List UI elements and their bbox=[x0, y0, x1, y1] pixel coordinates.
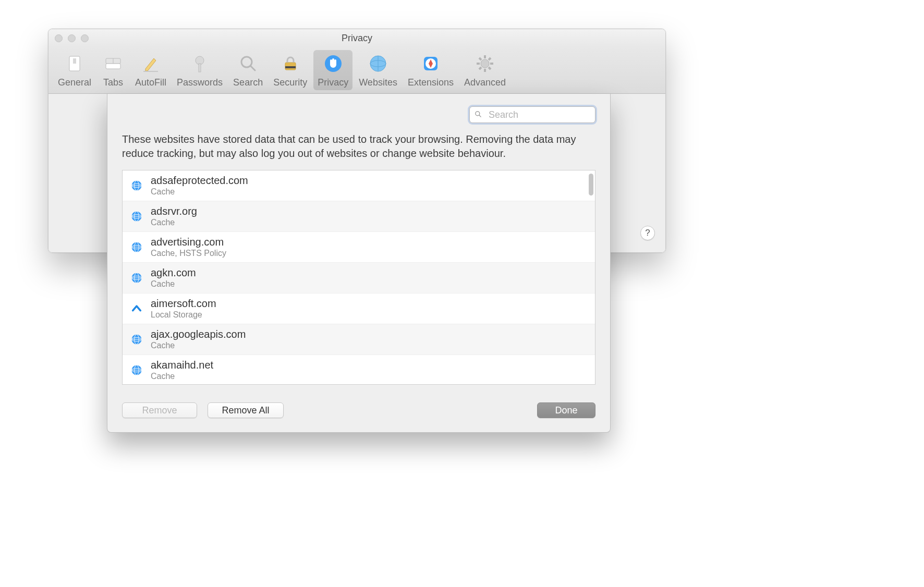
globe-icon bbox=[130, 179, 143, 192]
website-domain: adsafeprotected.com bbox=[151, 175, 248, 187]
help-button[interactable]: ? bbox=[640, 226, 655, 240]
website-list[interactable]: adsafeprotected.comCacheadsrvr.orgCachea… bbox=[122, 170, 595, 385]
tab-general[interactable]: General bbox=[54, 50, 95, 90]
website-domain: adsrvr.org bbox=[151, 205, 197, 217]
preferences-toolbar: General Tabs AutoFill Passwords Search bbox=[48, 47, 665, 94]
switch-icon bbox=[63, 52, 86, 75]
window-title: Privacy bbox=[342, 33, 372, 44]
website-row[interactable]: aimersoft.comLocal Storage bbox=[123, 294, 595, 324]
search-icon bbox=[474, 109, 482, 121]
svg-line-26 bbox=[489, 67, 491, 69]
lock-icon bbox=[279, 52, 302, 75]
scrollbar-thumb[interactable] bbox=[589, 174, 593, 195]
svg-line-10 bbox=[251, 66, 255, 70]
svg-point-20 bbox=[481, 59, 489, 68]
tab-extensions[interactable]: Extensions bbox=[404, 50, 458, 90]
website-row[interactable]: adsafeprotected.comCache bbox=[123, 170, 595, 201]
hand-icon bbox=[322, 52, 345, 75]
done-button[interactable]: Done bbox=[537, 402, 595, 418]
website-detail: Cache bbox=[151, 218, 197, 227]
website-domain: aimersoft.com bbox=[151, 298, 216, 310]
website-detail: Cache bbox=[151, 341, 246, 350]
globe-icon bbox=[130, 210, 143, 223]
globe-icon bbox=[130, 240, 143, 254]
zoom-window-button[interactable] bbox=[81, 34, 89, 42]
website-row[interactable]: adsrvr.orgCache bbox=[123, 201, 595, 232]
tab-passwords[interactable]: Passwords bbox=[173, 50, 227, 90]
website-data-sheet: These websites have stored data that can… bbox=[107, 94, 611, 433]
svg-rect-8 bbox=[199, 64, 201, 72]
tab-websites[interactable]: Websites bbox=[355, 50, 402, 90]
website-detail: Local Storage bbox=[151, 310, 216, 320]
tabs-icon bbox=[102, 52, 125, 75]
tab-security[interactable]: Security bbox=[269, 50, 311, 90]
website-detail: Cache bbox=[151, 187, 248, 197]
site-favicon-icon bbox=[130, 302, 143, 315]
tab-privacy[interactable]: Privacy bbox=[313, 50, 352, 90]
website-row[interactable]: ajax.googleapis.comCache bbox=[123, 324, 595, 355]
website-row[interactable]: advertising.comCache, HSTS Policy bbox=[123, 232, 595, 263]
svg-line-30 bbox=[479, 115, 481, 117]
tab-autofill[interactable]: AutoFill bbox=[131, 50, 171, 90]
website-domain: akamaihd.net bbox=[151, 359, 213, 371]
minimize-window-button[interactable] bbox=[68, 34, 76, 42]
website-domain: ajax.googleapis.com bbox=[151, 328, 246, 340]
svg-line-28 bbox=[479, 67, 481, 69]
button-row: Remove Remove All Done bbox=[122, 402, 595, 418]
svg-marker-5 bbox=[145, 58, 156, 71]
compass-icon bbox=[419, 52, 442, 75]
globe-icon bbox=[130, 363, 143, 377]
svg-rect-3 bbox=[106, 64, 120, 69]
website-detail: Cache bbox=[151, 372, 213, 381]
tab-search[interactable]: Search bbox=[229, 50, 267, 90]
svg-rect-6 bbox=[143, 71, 158, 72]
website-detail: Cache, HSTS Policy bbox=[151, 249, 226, 258]
tab-advanced[interactable]: Advanced bbox=[460, 50, 510, 90]
website-domain: advertising.com bbox=[151, 236, 226, 248]
tab-tabs[interactable]: Tabs bbox=[98, 50, 129, 90]
globe-icon bbox=[130, 271, 143, 285]
svg-line-27 bbox=[489, 58, 491, 60]
svg-rect-12 bbox=[285, 66, 296, 68]
globe-icon bbox=[367, 52, 390, 75]
search-icon bbox=[237, 52, 260, 75]
gear-icon bbox=[473, 52, 496, 75]
website-domain: agkn.com bbox=[151, 267, 196, 279]
website-row[interactable]: akamaihd.netCache bbox=[123, 355, 595, 384]
description-text: These websites have stored data that can… bbox=[122, 132, 595, 161]
remove-all-button[interactable]: Remove All bbox=[208, 402, 284, 418]
globe-icon bbox=[130, 333, 143, 346]
key-icon bbox=[188, 52, 211, 75]
window-controls bbox=[55, 34, 89, 42]
website-row[interactable]: agkn.comCache bbox=[123, 263, 595, 294]
remove-button[interactable]: Remove bbox=[122, 402, 197, 418]
website-detail: Cache bbox=[151, 279, 196, 289]
svg-rect-1 bbox=[73, 58, 76, 64]
svg-line-25 bbox=[479, 58, 481, 60]
titlebar: Privacy bbox=[48, 29, 665, 47]
search-field[interactable] bbox=[469, 106, 595, 123]
search-input[interactable] bbox=[489, 109, 610, 120]
close-window-button[interactable] bbox=[55, 34, 63, 42]
pencil-icon bbox=[139, 52, 162, 75]
